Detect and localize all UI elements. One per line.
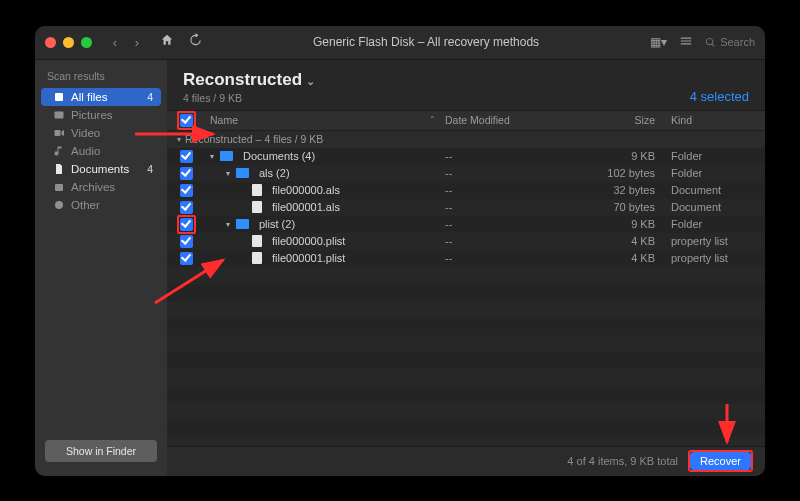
file-size: 4 KB [565,235,665,247]
settings-icon[interactable] [679,34,693,51]
pictures-icon [53,109,65,121]
disclosure-icon[interactable]: ▾ [177,135,181,144]
back-button[interactable]: ‹ [106,35,124,50]
sidebar-section-label: Scan results [35,66,167,88]
window-controls [45,37,92,48]
row-checkbox[interactable] [180,184,193,197]
table-row[interactable]: ▾plist (2)--9 KBFolder [167,216,765,233]
show-in-finder-button[interactable]: Show in Finder [45,440,157,462]
file-kind: property list [665,235,765,247]
file-kind: Document [665,184,765,196]
file-kind: Folder [665,218,765,230]
file-size: 4 KB [565,252,665,264]
nav-buttons: ‹ › [106,35,146,50]
svg-rect-3 [55,184,63,191]
history-icon[interactable] [188,33,202,51]
file-list[interactable]: ▾ Reconstructed – 4 files / 9 KB ▾Docume… [167,131,765,446]
folder-icon [220,151,233,161]
file-date: -- [445,150,565,162]
file-name: Documents (4) [239,150,445,162]
chevron-down-icon[interactable]: ⌄ [306,75,315,87]
table-row[interactable]: file000000.plist--4 KBproperty list [167,233,765,250]
file-name: file000001.plist [268,252,445,264]
zoom-window[interactable] [81,37,92,48]
forward-button[interactable]: › [128,35,146,50]
file-size: 102 bytes [565,167,665,179]
row-checkbox-highlight [177,232,196,251]
minimize-window[interactable] [63,37,74,48]
app-window: ‹ › Generic Flash Disk – All recovery me… [35,26,765,476]
sidebar-item-archives[interactable]: Archives [41,178,161,196]
sidebar-item-documents[interactable]: Documents 4 [41,160,161,178]
sidebar-label: Archives [71,181,115,193]
close-window[interactable] [45,37,56,48]
table-row[interactable]: ▾Documents (4)--9 KBFolder [167,148,765,165]
file-kind: Document [665,201,765,213]
row-checkbox[interactable] [180,218,193,231]
row-checkbox[interactable] [180,167,193,180]
documents-icon [53,163,65,175]
column-date[interactable]: Date Modified [445,114,565,126]
search-placeholder: Search [720,36,755,48]
group-header[interactable]: ▾ Reconstructed – 4 files / 9 KB [167,131,765,148]
video-icon [53,127,65,139]
disclosure-icon[interactable]: ▾ [226,220,236,229]
select-all-checkbox[interactable] [180,114,193,127]
page-title[interactable]: Reconstructed [183,70,302,89]
table-header: Name ˄ Date Modified Size Kind [167,110,765,131]
recover-highlight: Recover [688,450,753,472]
svg-point-4 [55,201,63,209]
search-field[interactable]: Search [705,36,755,48]
select-all-highlight [177,111,196,130]
table-row[interactable]: file000000.als--32 bytesDocument [167,182,765,199]
folder-icon [236,219,249,229]
column-name-label: Name [210,114,238,126]
window-title: Generic Flash Disk – All recovery method… [202,35,650,49]
table-row[interactable]: file000001.als--70 bytesDocument [167,199,765,216]
table-row[interactable]: ▾als (2)--102 bytesFolder [167,165,765,182]
sidebar-label: Audio [71,145,100,157]
file-name: file000000.plist [268,235,445,247]
file-date: -- [445,235,565,247]
titlebar: ‹ › Generic Flash Disk – All recovery me… [35,26,765,60]
table-row[interactable]: file000001.plist--4 KBproperty list [167,250,765,267]
row-checkbox[interactable] [180,235,193,248]
page-subtitle: 4 files / 9 KB [183,92,315,104]
row-checkbox-highlight [177,164,196,183]
sidebar-item-all-files[interactable]: All files 4 [41,88,161,106]
column-name[interactable]: Name ˄ [196,114,445,126]
other-icon [53,199,65,211]
file-name: file000000.als [268,184,445,196]
sidebar-item-audio[interactable]: Audio [41,142,161,160]
sidebar-badge: 4 [147,163,153,175]
file-kind: property list [665,252,765,264]
audio-icon [53,145,65,157]
disclosure-icon[interactable]: ▾ [226,169,236,178]
status-text: 4 of 4 items, 9 KB total [567,455,678,467]
disclosure-icon[interactable]: ▾ [210,152,220,161]
sidebar-item-video[interactable]: Video [41,124,161,142]
row-checkbox[interactable] [180,201,193,214]
sidebar-item-other[interactable]: Other [41,196,161,214]
file-size: 32 bytes [565,184,665,196]
file-date: -- [445,252,565,264]
sidebar-item-pictures[interactable]: Pictures [41,106,161,124]
row-checkbox[interactable] [180,252,193,265]
recover-button[interactable]: Recover [690,452,751,470]
sidebar: Scan results All files 4 Pictures Video … [35,60,167,476]
file-icon [252,252,262,264]
search-icon [705,37,716,48]
main-pane: Reconstructed⌄ 4 files / 9 KB 4 selected… [167,60,765,476]
row-checkbox[interactable] [180,150,193,163]
column-kind[interactable]: Kind [665,114,765,126]
view-mode-icon[interactable]: ▦▾ [650,35,667,49]
file-icon [252,184,262,196]
file-size: 9 KB [565,218,665,230]
file-date: -- [445,184,565,196]
file-date: -- [445,201,565,213]
file-icon [252,201,262,213]
home-icon[interactable] [160,33,174,51]
selection-count: 4 selected [690,89,749,104]
column-size[interactable]: Size [565,114,665,126]
file-name: file000001.als [268,201,445,213]
